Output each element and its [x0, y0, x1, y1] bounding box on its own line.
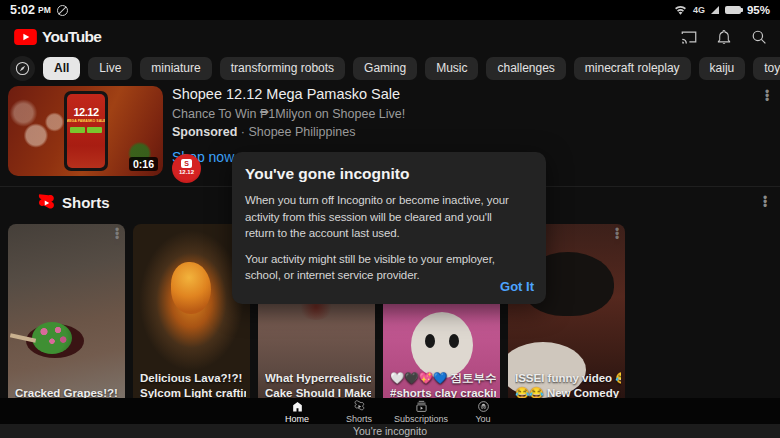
- youtube-play-icon: [14, 29, 37, 45]
- short-options-icon[interactable]: •••: [612, 228, 622, 240]
- shorts-nav-icon: [353, 400, 366, 413]
- youtube-app-screen: 5:02 PM 4G 95% YouTube: [0, 0, 780, 438]
- youtube-wordmark: YouTube: [42, 28, 101, 46]
- nav-home[interactable]: Home: [269, 398, 325, 424]
- chip-music[interactable]: Music: [425, 57, 478, 80]
- dialog-body-paragraph: When you turn off Incognito or become in…: [245, 192, 533, 242]
- shorts-section-title: Shorts: [62, 194, 110, 211]
- dialog-body-paragraph: Your activity might still be visible to …: [245, 251, 533, 284]
- ad-options-icon[interactable]: •••: [762, 90, 772, 102]
- incognito-status-text: You're incognito: [353, 425, 427, 437]
- compass-icon: [14, 60, 31, 77]
- chip-transforming-robots[interactable]: transforming robots: [220, 57, 345, 80]
- chip-challenges[interactable]: challenges: [486, 57, 565, 80]
- chip-kaiju[interactable]: kaiju: [699, 57, 746, 80]
- chip-gaming[interactable]: Gaming: [353, 57, 417, 80]
- nav-subscriptions[interactable]: Subscriptions: [393, 398, 449, 424]
- nav-you[interactable]: You: [455, 398, 511, 424]
- status-bar: 5:02 PM 4G 95%: [0, 0, 780, 20]
- thumbnail-art: [425, 334, 435, 348]
- short-options-icon[interactable]: •••: [112, 228, 122, 240]
- sponsored-label: Sponsored: [172, 125, 237, 139]
- explore-compass-chip[interactable]: [10, 56, 35, 81]
- ad-title[interactable]: Shopee 12.12 Mega Pamasko Sale: [172, 86, 602, 102]
- short-video-card[interactable]: ••• Cracked Grapes!?!: [8, 224, 125, 406]
- video-duration-badge: 0:16: [129, 157, 158, 171]
- ad-thumb-big-text: 12.12: [73, 106, 98, 118]
- bottom-navigation-bar: Home Shorts Subscriptions: [0, 398, 780, 424]
- clock-meridiem: PM: [38, 5, 51, 15]
- chip-live[interactable]: Live: [88, 57, 132, 80]
- youtube-logo[interactable]: YouTube: [14, 28, 101, 46]
- incognito-dialog: You've gone incognito When you turn off …: [232, 152, 546, 304]
- shopee-bag-icon: S: [181, 159, 192, 168]
- dialog-title: You've gone incognito: [245, 165, 533, 183]
- ad-thumbnail-phone-art: 12.12 MEGA PAMASKO SALE: [64, 91, 108, 171]
- app-header: YouTube: [0, 20, 780, 54]
- signal-icon: [711, 6, 719, 14]
- short-caption: What Hyperrealistic Cake Should I Make …: [265, 371, 371, 401]
- short-caption: ISSEI funny video 😂 😂😂 New Comedy R…: [515, 371, 621, 401]
- ad-thumb-small-text: MEGA PAMASKO SALE: [67, 119, 105, 123]
- short-caption: 🤍🖤💖💙 점토부수기 #shorts clay crackin…: [390, 371, 496, 401]
- filter-chips-row: All Live miniature transforming robots G…: [0, 55, 780, 81]
- ad-thumbnail[interactable]: 12.12 MEGA PAMASKO SALE 0:16: [8, 86, 163, 176]
- thumbnail-art: [411, 312, 473, 378]
- short-caption: Delicious Lava?!?! Sylcom Light craftin…: [140, 371, 246, 401]
- cast-icon[interactable]: [680, 28, 698, 46]
- battery-icon: [725, 6, 741, 14]
- ad-sponsored-line: Sponsored · Shopee Philippines: [172, 125, 602, 139]
- chip-all[interactable]: All: [43, 57, 80, 80]
- subscriptions-icon: [415, 400, 428, 413]
- shorts-section-options-icon[interactable]: •••: [760, 196, 770, 208]
- ad-subtitle: Chance To Win ₱1Milyon on Shopee Live!: [172, 107, 602, 121]
- advertiser-name: Shopee Philippines: [248, 125, 355, 139]
- incognito-status-bar: You're incognito: [0, 424, 780, 438]
- advertiser-avatar[interactable]: S 12.12: [172, 154, 201, 183]
- thumbnail-art: [171, 262, 211, 314]
- network-type-label: 4G: [693, 5, 705, 15]
- chip-miniature[interactable]: miniature: [140, 57, 211, 80]
- thumbnail-art: [32, 322, 72, 354]
- got-it-button[interactable]: Got It: [500, 279, 534, 294]
- chip-toy-unboxing[interactable]: toy unboxing: [753, 57, 780, 80]
- chip-minecraft-roleplay[interactable]: minecraft roleplay: [574, 57, 691, 80]
- shorts-logo-icon: [38, 194, 55, 213]
- nav-shorts[interactable]: Shorts: [331, 398, 387, 424]
- notifications-icon[interactable]: [715, 28, 733, 46]
- home-icon: [291, 400, 304, 413]
- incognito-avatar-icon: [477, 400, 490, 413]
- mute-icon: [57, 5, 68, 16]
- clock: 5:02: [10, 3, 35, 17]
- thumbnail-art: [449, 334, 459, 348]
- search-icon[interactable]: [750, 28, 768, 46]
- battery-percent: 95%: [747, 4, 770, 16]
- wifi-icon: [674, 5, 687, 16]
